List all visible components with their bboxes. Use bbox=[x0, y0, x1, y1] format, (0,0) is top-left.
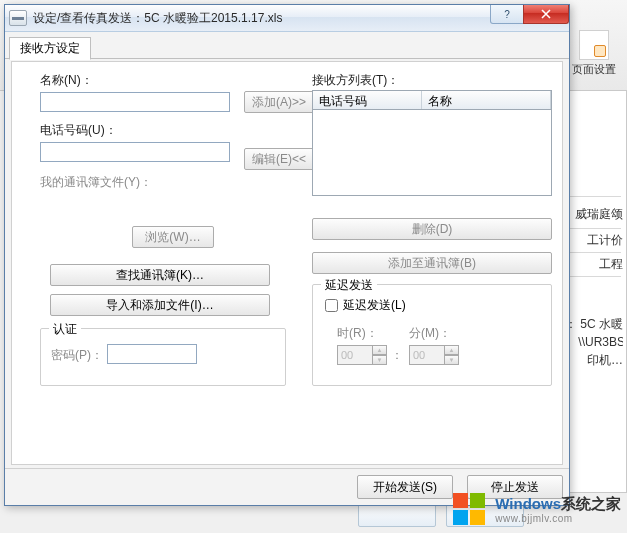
fax-settings-dialog: 设定/查看传真发送：5C 水暖验工2015.1.17.xls ? 接收方设定 名… bbox=[4, 4, 570, 506]
name-label: 名称(N)： bbox=[40, 72, 93, 89]
hour-value[interactable]: 00 bbox=[337, 345, 373, 365]
bg-page-setup-button[interactable]: 页面设置 bbox=[569, 30, 619, 77]
bg-text: 工程 bbox=[583, 256, 623, 276]
close-button[interactable] bbox=[523, 5, 569, 24]
bg-page-setup-label: 页面设置 bbox=[569, 62, 619, 77]
col-phone[interactable]: 电话号码 bbox=[313, 91, 422, 109]
delete-button[interactable]: 删除(D) bbox=[312, 218, 552, 240]
book-file-value bbox=[40, 192, 300, 208]
password-input[interactable] bbox=[107, 344, 197, 364]
edit-button[interactable]: 编辑(E)<< bbox=[244, 148, 314, 170]
find-addressbook-button[interactable]: 查找通讯簿(K)… bbox=[50, 264, 270, 286]
page-setup-icon bbox=[579, 30, 609, 60]
name-input[interactable] bbox=[40, 92, 230, 112]
import-file-button[interactable]: 导入和添加文件(I)… bbox=[50, 294, 270, 316]
watermark: Windows系统之家 www.bjjmlv.com bbox=[453, 493, 621, 527]
start-send-button[interactable]: 开始发送(S) bbox=[357, 475, 453, 499]
delay-send-checkbox[interactable]: 延迟发送(L) bbox=[325, 297, 406, 314]
bg-text: 威瑞庭颂 bbox=[563, 206, 623, 226]
bg-text: 印机… bbox=[573, 352, 623, 372]
phone-input[interactable] bbox=[40, 142, 230, 162]
hour-label: 时(R)： bbox=[337, 325, 378, 342]
watermark-brand: Windows系统之家 bbox=[495, 496, 621, 513]
bg-text: ： 5C 水暖 bbox=[563, 316, 623, 336]
close-icon bbox=[541, 9, 551, 19]
phone-label: 电话号码(U)： bbox=[40, 122, 117, 139]
windows-logo-icon bbox=[453, 493, 487, 527]
recipient-list-label: 接收方列表(T)： bbox=[312, 72, 399, 89]
printer-icon bbox=[9, 10, 27, 26]
tab-recipient-settings[interactable]: 接收方设定 bbox=[9, 37, 91, 60]
col-name[interactable]: 名称 bbox=[422, 91, 551, 109]
bg-text: ： \\UR3BS bbox=[563, 334, 623, 354]
book-file-label: 我的通讯簿文件(Y)： bbox=[40, 174, 152, 191]
left-pane: 名称(N)： 添加(A)>> 电话号码(U)： 编辑(E)<< 我的通讯簿文件(… bbox=[22, 66, 302, 460]
delay-group-caption: 延迟发送 bbox=[321, 277, 377, 294]
delay-send-check-input[interactable] bbox=[325, 299, 338, 312]
auth-group: 认证 密码(P)： bbox=[40, 328, 286, 386]
chevron-down-icon[interactable]: ▼ bbox=[444, 355, 459, 365]
right-pane: 接收方列表(T)： 电话号码 名称 删除(D) 添加至通讯簿(B) 延迟发送 延… bbox=[312, 66, 552, 460]
dialog-client-area: 名称(N)： 添加(A)>> 电话号码(U)： 编辑(E)<< 我的通讯簿文件(… bbox=[11, 61, 563, 465]
recipient-list-header[interactable]: 电话号码 名称 bbox=[312, 90, 552, 110]
add-button[interactable]: 添加(A)>> bbox=[244, 91, 314, 113]
watermark-url: www.bjjmlv.com bbox=[495, 513, 621, 524]
hour-spinner[interactable]: 00 ▲▼ bbox=[337, 345, 387, 365]
chevron-down-icon[interactable]: ▼ bbox=[372, 355, 387, 365]
browse-button[interactable]: 浏览(W)… bbox=[132, 226, 214, 248]
help-button[interactable]: ? bbox=[490, 5, 524, 24]
delay-send-group: 延迟发送 延迟发送(L) 时(R)： 分(M)： 00 ▲▼ ： 00 ▲▼ bbox=[312, 284, 552, 386]
minute-value[interactable]: 00 bbox=[409, 345, 445, 365]
delay-send-check-label: 延迟发送(L) bbox=[343, 297, 406, 314]
minute-spinner[interactable]: 00 ▲▼ bbox=[409, 345, 459, 365]
bg-text: 工计价 bbox=[573, 232, 623, 252]
auth-group-caption: 认证 bbox=[49, 321, 81, 338]
tab-strip: 接收方设定 bbox=[5, 32, 569, 59]
chevron-up-icon[interactable]: ▲ bbox=[444, 345, 459, 355]
add-to-addressbook-button[interactable]: 添加至通讯簿(B) bbox=[312, 252, 552, 274]
window-title: 设定/查看传真发送：5C 水暖验工2015.1.17.xls bbox=[33, 10, 565, 27]
minute-label: 分(M)： bbox=[409, 325, 451, 342]
recipient-list[interactable] bbox=[312, 110, 552, 196]
password-label: 密码(P)： bbox=[51, 347, 103, 364]
titlebar[interactable]: 设定/查看传真发送：5C 水暖验工2015.1.17.xls ? bbox=[5, 5, 569, 32]
chevron-up-icon[interactable]: ▲ bbox=[372, 345, 387, 355]
time-colon: ： bbox=[391, 347, 403, 364]
